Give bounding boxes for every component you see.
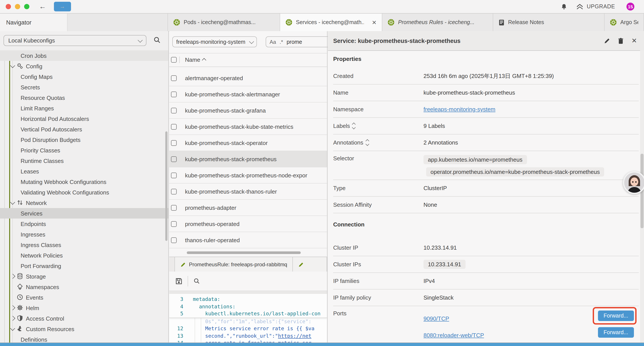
window-tab-4[interactable]: Argo Se xyxy=(604,13,644,31)
sidebar-item-resource-quotas[interactable]: Resource Quotas xyxy=(0,92,168,103)
sidebar-item-helm[interactable]: Helm xyxy=(0,303,168,313)
table-row[interactable]: kube-prometheus-stack-kube-state-metrics xyxy=(169,119,327,135)
account-badge[interactable]: 15 xyxy=(626,3,634,10)
navigator-search-icon[interactable] xyxy=(154,36,161,44)
table-row[interactable]: kube-prometheus-stack-thanos-ruler xyxy=(169,184,327,200)
forward-button[interactable]: Forward... xyxy=(598,327,634,338)
table-row[interactable]: kube-prometheus-stack-prometheus-node-ex… xyxy=(169,167,327,184)
close-window-button[interactable] xyxy=(6,4,11,9)
editor-tab-partial[interactable] xyxy=(293,257,327,272)
row-checkbox[interactable] xyxy=(171,156,177,162)
sidebar-item-network-policies[interactable]: Network Policies xyxy=(0,250,168,261)
namespace-link[interactable]: freeleaps-monitoring-system xyxy=(424,106,496,113)
save-icon[interactable] xyxy=(175,278,182,285)
window-tab-1[interactable]: Services - icecheng@math...✕ xyxy=(280,13,382,31)
row-checkbox[interactable] xyxy=(171,221,177,227)
editor-line-13[interactable]: 13second.","runbook_url":"https://net xyxy=(169,332,327,340)
navigator-panel-tab[interactable]: Navigator xyxy=(0,13,68,31)
upgrade-button[interactable]: UPGRADE xyxy=(576,3,615,10)
chevron-down-icon[interactable] xyxy=(10,63,15,68)
sidebar-item-namespaces[interactable]: Namespaces xyxy=(0,282,168,292)
sidebar-item-endpoints[interactable]: Endpoints xyxy=(0,219,168,229)
table-row[interactable]: prometheus-adapter xyxy=(169,200,327,216)
chevron-right-icon[interactable] xyxy=(10,274,15,279)
sidebar-item-config[interactable]: Config xyxy=(0,61,168,71)
editor-line-12[interactable]: 12Metrics service error rate is {{ $va xyxy=(169,325,327,332)
column-header-name[interactable]: Name xyxy=(185,56,200,63)
navigator-scrollbar[interactable] xyxy=(165,131,168,241)
sidebar-item-secrets[interactable]: Secrets xyxy=(0,82,168,92)
table-row[interactable]: thanos-ruler-operated xyxy=(169,232,327,248)
back-arrow-icon[interactable]: ← xyxy=(39,3,46,10)
minimize-window-button[interactable] xyxy=(15,4,20,9)
editor-line-3[interactable]: 3metadata: xyxy=(169,296,327,303)
window-tab-0[interactable]: Pods - icecheng@mathmas... xyxy=(168,13,280,31)
delete-trash-icon[interactable] xyxy=(618,37,624,44)
sidebar-item-access-control[interactable]: Access Control xyxy=(0,313,168,324)
sidebar-item-network[interactable]: Network xyxy=(0,198,168,208)
sidebar-item-vertical-pod-autoscalers[interactable]: Vertical Pod Autoscalers xyxy=(0,124,168,134)
sidebar-item-ingresses[interactable]: Ingresses xyxy=(0,229,168,240)
table-row[interactable]: kube-prometheus-stack-prometheus xyxy=(169,151,327,167)
forward-arrow-icon[interactable]: → xyxy=(54,2,71,11)
row-checkbox[interactable] xyxy=(171,205,177,210)
sidebar-item-validating-webhook-configurations[interactable]: Validating Webhook Configurations xyxy=(0,187,168,198)
namespace-select[interactable]: freeleaps-monitoring-system xyxy=(172,36,257,47)
row-checkbox[interactable] xyxy=(171,107,177,113)
table-row[interactable]: alertmanager-operated xyxy=(169,70,327,86)
row-checkbox[interactable] xyxy=(171,140,177,146)
port-link[interactable]: 9090/TCP xyxy=(424,315,449,322)
sidebar-item-pod-disruption-budgets[interactable]: Pod Disruption Budgets xyxy=(0,134,168,145)
table-row[interactable]: prometheus-operated xyxy=(169,216,327,232)
editor-line-5[interactable]: 5kubectl.kubernetes.io/last-applied-con xyxy=(169,310,327,317)
sidebar-item-events[interactable]: Events xyxy=(0,292,168,303)
expand-toggle-icon[interactable] xyxy=(353,123,355,129)
forward-button[interactable]: Forward... xyxy=(598,311,634,321)
table-row[interactable]: kube-prometheus-stack-operator xyxy=(169,135,327,151)
sidebar-item-custom-resources[interactable]: Custom Resources xyxy=(0,324,168,334)
sidebar-item-priority-classes[interactable]: Priority Classes xyxy=(0,145,168,155)
sidebar-item-services[interactable]: Services xyxy=(0,208,168,219)
row-checkbox[interactable] xyxy=(171,124,177,129)
editor-line-partial[interactable]: 0s","for":"1m","labels":{"service": xyxy=(169,318,327,325)
kubeconfig-select[interactable]: Local Kubeconfigs xyxy=(4,35,146,46)
row-checkbox[interactable] xyxy=(171,91,177,97)
expand-toggle-icon[interactable] xyxy=(366,140,368,145)
sidebar-item-config-maps[interactable]: Config Maps xyxy=(0,71,168,82)
list-search-input[interactable]: Aa .* prome xyxy=(266,36,330,47)
regex-toggle[interactable]: .* xyxy=(280,39,283,45)
sidebar-item-ingress-classes[interactable]: Ingress Classes xyxy=(0,240,168,250)
editor-tab[interactable]: PrometheusRule: freeleaps-prod-rabbitmq xyxy=(174,257,293,272)
sidebar-item-definitions[interactable]: Definitions xyxy=(0,334,168,343)
sidebar-item-runtime-classes[interactable]: Runtime Classes xyxy=(0,155,168,166)
row-checkbox[interactable] xyxy=(171,189,177,194)
close-detail-icon[interactable]: ✕ xyxy=(632,37,637,45)
sidebar-item-port-forwarding[interactable]: Port Forwarding xyxy=(0,261,168,271)
table-row[interactable]: kube-prometheus-stack-alertmanager xyxy=(169,86,327,102)
editor-line-4[interactable]: 4annotations: xyxy=(169,303,327,310)
window-tab-2[interactable]: Prometheus Rules - icecheng... xyxy=(382,13,493,31)
chevron-right-icon[interactable] xyxy=(10,316,15,321)
close-tab-icon[interactable]: ✕ xyxy=(372,19,376,26)
horizontal-scrollbar[interactable] xyxy=(187,251,301,254)
chevron-down-icon[interactable] xyxy=(10,200,15,205)
match-case-toggle[interactable]: Aa xyxy=(270,39,276,45)
sidebar-item-cron-jobs[interactable]: Cron Jobs xyxy=(0,50,168,61)
row-checkbox[interactable] xyxy=(171,172,177,178)
zoom-window-button[interactable] xyxy=(24,4,29,9)
window-tab-3[interactable]: Release Notes xyxy=(493,13,604,31)
sidebar-item-horizontal-pod-autoscalers[interactable]: Horizontal Pod Autoscalers xyxy=(0,113,168,124)
row-checkbox[interactable] xyxy=(171,237,177,243)
yaml-editor[interactable]: 3metadata:4annotations:5kubectl.kubernet… xyxy=(169,294,327,343)
notifications-bell-icon[interactable] xyxy=(561,3,568,10)
row-checkbox[interactable] xyxy=(171,75,177,81)
editor-search-icon[interactable] xyxy=(193,278,200,285)
edit-pencil-icon[interactable] xyxy=(604,37,610,44)
table-row[interactable]: kube-prometheus-stack-grafana xyxy=(169,102,327,119)
chevron-down-icon[interactable] xyxy=(10,326,15,331)
sidebar-item-storage[interactable]: Storage xyxy=(0,271,168,282)
sidebar-item-leases[interactable]: Leases xyxy=(0,166,168,177)
select-all-checkbox[interactable] xyxy=(171,57,177,63)
port-link[interactable]: 8080:reloader-web/TCP xyxy=(424,332,484,338)
sidebar-item-mutating-webhook-configurations[interactable]: Mutating Webhook Configurations xyxy=(0,177,168,187)
